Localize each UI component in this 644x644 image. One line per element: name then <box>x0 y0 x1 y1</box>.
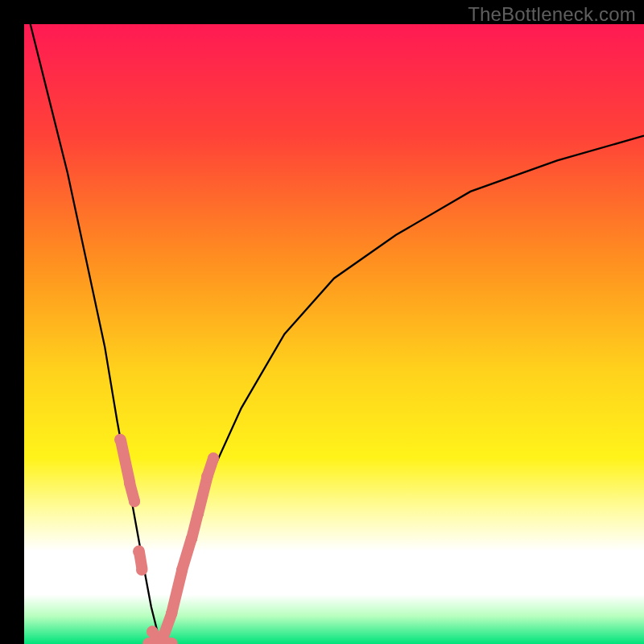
watermark-label: TheBottleneck.com <box>468 3 636 26</box>
valley-base-pill <box>142 638 178 644</box>
plot-area <box>24 24 644 644</box>
gradient-background <box>24 24 644 644</box>
chart-stage: TheBottleneck.com <box>0 0 644 644</box>
svg-rect-0 <box>24 24 644 644</box>
